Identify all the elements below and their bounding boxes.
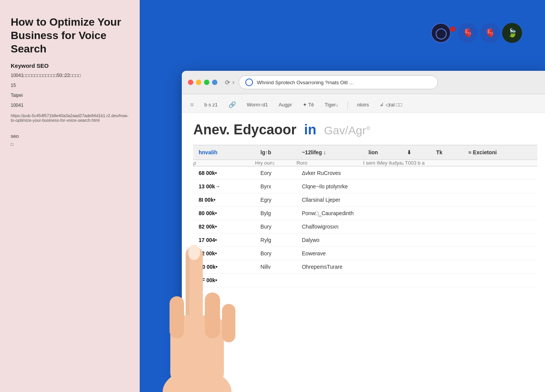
cell-col1-1: 13 00k→ (193, 180, 255, 193)
cell-col3-0: Δvker RuCroves (297, 166, 537, 180)
tab-aral[interactable]: ↲ ◁ral □□ (378, 99, 403, 111)
cell-col1-0: 68 00k• (193, 166, 255, 180)
tab-wormd1[interactable]: Worm↑d1 (245, 99, 269, 111)
tab-link-icon[interactable]: 🔗 (227, 98, 238, 112)
table-row: 80 00k• Bylg Ponw□_Caurapedinth (193, 207, 537, 220)
table-row: 32 00k• Bory Eowerave (193, 247, 537, 260)
table-row: S0 00k• Nillv OhrepemsTurare (193, 260, 537, 274)
deco-heart2-icon: 🫀 (480, 23, 500, 43)
cell-col3-7: OhrepemsTurare (297, 260, 537, 274)
deco-heart-icon: 🫀 (458, 23, 478, 43)
cell-col2-2: Egry (255, 193, 297, 207)
meta-city: Taipei (11, 92, 129, 99)
cell-col1-3: 80 00k• (193, 207, 255, 220)
right-panel: ◯ 🫀 🫀 🍃 ⟳ › Whnind Sprotech Ovsarroning … (140, 0, 545, 392)
cell-col1-5: 17 004• (193, 234, 255, 247)
table-row: 8I 00k• Egry Cllarsinal Ljeper (193, 193, 537, 207)
col-header-6: Tk (431, 145, 463, 160)
keyword-label: Keyword SEO (11, 62, 129, 69)
cell-col3-5: Dalywo (297, 234, 537, 247)
table-row: 68 00k• Eory Δvker RuCroves (193, 166, 537, 180)
traffic-lights (188, 80, 217, 85)
col-header-5: ⬇ (401, 145, 431, 160)
cell-col1-8: 8F 00k• (193, 274, 255, 287)
maximize-button[interactable] (204, 80, 209, 85)
subheader-2: Hry oun↕ (255, 160, 297, 166)
tab-nloirs[interactable]: nloirs (356, 99, 370, 111)
title-part3: Gav/Agr° (324, 124, 370, 137)
table-body: 68 00k• Eory Δvker RuCroves 13 00k→ Byrx… (193, 166, 537, 287)
tab-tiger[interactable]: Tiger↓ (323, 99, 340, 111)
subheader-4: I sem IMey iludya₁ T003 b a (363, 160, 537, 166)
cell-col1-4: 82 00k• (193, 220, 255, 234)
subheader-1: ρ (193, 160, 255, 166)
table-header-row: hnvalih lg↑b ~12lifeg ↓ lion ⬇ Tk ≈ Exci… (193, 145, 537, 160)
cell-col1-2: 8I 00k• (193, 193, 255, 207)
red-dot-icon (450, 26, 455, 32)
address-text: Whnind Sprotech Ovsarroning ?rnats Oitl … (257, 80, 431, 85)
cell-col3-4: Chalfowigrosxn (297, 220, 537, 234)
data-table: hnvalih lg↑b ~12lifeg ↓ lion ⬇ Tk ≈ Exci… (193, 145, 537, 287)
tab-te[interactable]: ✦ Tē (301, 99, 316, 111)
tab-augpr[interactable]: Augpr (277, 99, 294, 111)
address-circle-icon (245, 78, 253, 86)
subheader-3: Roro (297, 160, 363, 166)
extra-button[interactable] (212, 80, 217, 85)
browser-tabs: ⌗ b s z1 🔗 Worm↑d1 Augpr ✦ Tē Tiger↓ nlo… (182, 94, 545, 113)
page-url: https://pub-5c454f571b8e40a3a2aad27ade84… (11, 113, 129, 122)
nav-buttons: ⟳ › (225, 79, 234, 86)
cell-col3-2: Cllarsinal Ljeper (297, 193, 537, 207)
table-subheader-row: ρ Hry oun↕ Roro I sem IMey iludya₁ T003 … (193, 160, 537, 166)
col-header-1: hnvalih (193, 145, 255, 160)
cell-col3-1: Clqne⊣lo ptolynrke (297, 180, 537, 193)
page-title: How to Optimize Your Business for Voice … (11, 15, 129, 56)
table-row: 82 00k• Bury Chalfowigrosxn (193, 220, 537, 234)
col-header-4: lion (363, 145, 402, 160)
cell-col2-8 (255, 274, 297, 287)
cell-col2-4: Bury (255, 220, 297, 234)
col-header-7: ≈ Excietoni (463, 145, 537, 160)
browser-content: Anev. Edycaoor in Gav/Agr° hnvalih lg↑b … (182, 113, 545, 392)
col-header-3: ~12lifeg ↓ (297, 145, 363, 160)
browser-window: ⟳ › Whnind Sprotech Ovsarroning ?rnats O… (182, 71, 545, 392)
tab-icon-1[interactable]: ⌗ (189, 98, 195, 112)
minimize-button[interactable] (196, 80, 201, 85)
cell-col1-7: S0 00k• (193, 260, 255, 274)
close-button[interactable] (188, 80, 193, 85)
cell-col2-3: Bylg (255, 207, 297, 220)
meta-code: 10041 (11, 102, 129, 109)
deco-icons-area: ◯ 🫀 🫀 🍃 (431, 23, 522, 43)
cell-col2-5: Rylg (255, 234, 297, 247)
deco-leaf-icon: 🍃 (502, 23, 522, 43)
cell-col2-1: Byrx (255, 180, 297, 193)
back-icon[interactable]: ⟳ (225, 79, 230, 86)
page-title-area: Anev. Edycaoor in Gav/Agr° (193, 122, 537, 138)
cell-col3-6: Eowerave (297, 247, 537, 260)
tag-icon: □ (11, 142, 129, 147)
cell-col1-6: 32 00k• (193, 247, 255, 260)
cell-col2-6: Bory (255, 247, 297, 260)
cell-col3-8 (297, 274, 537, 287)
table-row: 17 004• Rylg Dalywo (193, 234, 537, 247)
tag-label: seo (11, 133, 129, 139)
deco-circle-icon: ◯ (431, 23, 451, 43)
col-header-2: lg↑b (255, 145, 297, 160)
table-row: 13 00k→ Byrx Clqne⊣lo ptolynrke (193, 180, 537, 193)
forward-icon[interactable]: › (232, 79, 234, 86)
browser-toolbar: ⟳ › Whnind Sprotech Ovsarroning ?rnats O… (182, 71, 545, 94)
cell-col2-7: Nillv (255, 260, 297, 274)
cell-col2-0: Eory (255, 166, 297, 180)
address-bar[interactable]: Whnind Sprotech Ovsarroning ?rnats Oitl … (239, 75, 438, 89)
tab-bsz1[interactable]: b s z1 (203, 99, 219, 111)
left-panel: How to Optimize Your Business for Voice … (0, 0, 140, 392)
tab-divider (348, 101, 348, 109)
title-part2: in (304, 122, 316, 137)
content-title: Anev. Edycaoor in Gav/Agr° (193, 122, 371, 137)
cell-col3-3: Ponw□_Caurapedinth (297, 207, 537, 220)
table-row: 8F 00k• (193, 274, 537, 287)
meta-line1: 10041□□□□□□□□□□□□50□22□□□□ (11, 72, 129, 79)
title-part1: Anev. Edycaoor (193, 122, 296, 137)
meta-line2: 15 (11, 82, 129, 89)
